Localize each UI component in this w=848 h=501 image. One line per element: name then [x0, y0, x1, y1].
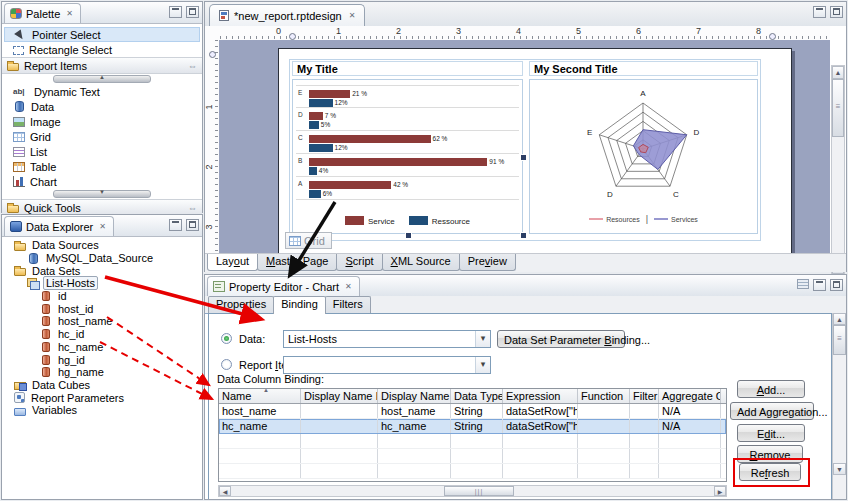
report-item-combo[interactable] — [283, 356, 491, 374]
radar-chart[interactable]: ADCDE Resources|Services — [529, 79, 758, 234]
palette-tool-rectangle-select[interactable]: Rectangle Select — [4, 42, 200, 57]
scroll-up-icon[interactable]: ▲ — [833, 313, 846, 325]
report-item-radio[interactable] — [221, 359, 232, 370]
maximize-icon[interactable] — [186, 219, 199, 231]
tree-item-hg-id[interactable]: hg_id — [14, 353, 202, 366]
property-editor-tab[interactable]: Property Editor - Chart ✕ — [207, 276, 360, 296]
palette-item-dynamic-text[interactable]: ab|Dynamic Text — [4, 84, 200, 99]
scroll-down-pill[interactable]: ▼ — [53, 190, 151, 198]
tree-item-data-cubes[interactable]: Data Cubes — [14, 379, 202, 392]
maximize-icon[interactable] — [186, 6, 199, 18]
tab-filters[interactable]: Filters — [325, 296, 371, 314]
table-horizontal-scrollbar[interactable]: ◀ ||| ▶ — [218, 485, 727, 497]
palette-tool-pointer-select[interactable]: Pointer Select — [4, 27, 200, 42]
minimize-icon[interactable] — [813, 6, 826, 18]
layout-canvas[interactable]: My Title My Second Title E21 %12%D7 %5%C… — [219, 40, 830, 253]
tree-item-report-parameters[interactable]: Report Parameters — [14, 391, 202, 404]
palette-item-data[interactable]: Data — [4, 99, 200, 114]
edit-button[interactable]: Edit... — [737, 424, 805, 442]
tree-item-id[interactable]: id — [14, 290, 202, 303]
scrollbar-thumb[interactable] — [833, 325, 846, 355]
selection-handle[interactable] — [520, 154, 527, 161]
cell-data-type: String — [451, 404, 503, 418]
scroll-down-icon[interactable]: ▼ — [833, 463, 846, 475]
column-header-display-name[interactable]: Display Name — [378, 389, 451, 403]
maximize-icon[interactable] — [830, 6, 843, 18]
tree-item-variables[interactable]: Variables — [14, 404, 202, 417]
scroll-right-icon[interactable]: ▶ — [714, 486, 726, 496]
tree-item-mysql-data-source[interactable]: MySQL_Data_Source — [14, 252, 202, 265]
scrollbar-thumb[interactable] — [832, 79, 844, 137]
minimize-icon[interactable] — [169, 6, 182, 18]
tab-binding[interactable]: Binding — [273, 296, 326, 314]
tree-item-hc-name[interactable]: hc_name — [14, 341, 202, 354]
minimize-icon[interactable] — [169, 219, 182, 231]
empty-row — [219, 464, 726, 479]
maximize-icon[interactable] — [830, 279, 843, 291]
scrollbar-thumb[interactable]: ||| — [444, 486, 514, 496]
tab-xml-source[interactable]: XML Source — [382, 254, 460, 271]
palette-item-chart[interactable]: Chart — [4, 174, 200, 189]
column-header-data-type[interactable]: Data Type — [451, 389, 503, 403]
report-page[interactable]: My Title My Second Title E21 %12%D7 %5%C… — [278, 48, 792, 253]
palette-item-list[interactable]: List — [4, 144, 200, 159]
layout-toggle-icon[interactable]: ⇔ — [188, 203, 197, 213]
pe-vertical-scrollbar[interactable]: ▲ ▼ — [832, 313, 846, 499]
tab-preview[interactable]: Preview — [459, 254, 516, 271]
tree-item-host-id[interactable]: host_id — [14, 302, 202, 315]
close-icon[interactable]: ✕ — [99, 222, 106, 231]
grid-breadcrumb[interactable]: Grid — [285, 232, 332, 249]
palette-item-table[interactable]: Table — [4, 159, 200, 174]
close-icon[interactable]: ✕ — [349, 11, 356, 20]
legend-item-ressource: Ressource — [409, 216, 470, 226]
legend-swatch — [345, 216, 364, 225]
section-header-report-items[interactable]: Report Items⇔ — [2, 57, 202, 74]
close-icon[interactable]: ✕ — [345, 282, 352, 291]
data-radio[interactable] — [221, 333, 232, 344]
layout-toggle-icon[interactable]: ⇔ — [188, 61, 197, 71]
chart1-title-cell[interactable]: My Title — [292, 61, 523, 76]
tree-item-hg-name[interactable]: hg_name — [14, 366, 202, 379]
binding-row-hc-name[interactable]: hc_namehc_nameStringdataSetRow["hc...N/A — [219, 419, 726, 434]
column-header-expression[interactable]: Expression — [503, 389, 578, 403]
tree-item-list-hosts[interactable]: List-Hosts — [14, 277, 202, 290]
column-header-function[interactable]: Function — [578, 389, 630, 403]
tree-item-host-name[interactable]: host_name — [14, 315, 202, 328]
data-explorer-tab[interactable]: Data Explorer ✕ — [4, 216, 114, 236]
view-menu-icon[interactable] — [797, 279, 809, 289]
scroll-up-icon[interactable]: ▲ — [832, 66, 844, 79]
data-column-binding-table[interactable]: Name▲Display Name IDDisplay NameData Typ… — [218, 388, 727, 482]
tab-layout[interactable]: Layout — [207, 254, 258, 271]
close-icon[interactable]: ✕ — [66, 9, 73, 18]
binding-row-host-name[interactable]: host_namehost_nameStringdataSetRow["ho..… — [219, 404, 726, 419]
palette-item-label: Chart — [30, 176, 57, 188]
editor-vertical-scrollbar[interactable]: ▲ ▼ — [831, 65, 845, 275]
tree-item-data-sources[interactable]: Data Sources — [14, 239, 202, 252]
dataset-combo[interactable]: List-Hosts — [283, 330, 491, 348]
refresh-highlight-box — [733, 458, 810, 487]
selection-handle[interactable] — [520, 232, 527, 239]
add-button[interactable]: Add... — [737, 380, 805, 398]
chart2-title-cell[interactable]: My Second Title — [529, 61, 758, 76]
palette-item-grid[interactable]: Grid — [4, 129, 200, 144]
palette-item-image[interactable]: Image — [4, 114, 200, 129]
tab-script[interactable]: Script — [336, 254, 382, 271]
tree-item-hc-id[interactable]: hc_id — [14, 328, 202, 341]
dataset-parameter-binding-button[interactable]: Data Set Parameter Binding... — [497, 330, 625, 348]
column-header-filter[interactable]: Filter — [630, 389, 659, 403]
tab-master-page[interactable]: Master Page — [257, 254, 337, 271]
column-header-display-name-id[interactable]: Display Name ID — [301, 389, 378, 403]
scroll-left-icon[interactable]: ◀ — [219, 486, 231, 496]
editor-tab[interactable]: *new_report.rptdesign ✕ — [209, 4, 365, 26]
tree-item-data-sets[interactable]: Data Sets — [14, 264, 202, 277]
column-header-name[interactable]: Name▲ — [219, 389, 301, 403]
palette-tab[interactable]: Palette ✕ — [4, 3, 81, 23]
bar-chart[interactable]: E21 %12%D7 %5%C62 %12%B91 %4%A42 %6% Ser… — [292, 79, 523, 234]
scroll-up-pill[interactable]: ▲ — [53, 75, 151, 83]
selection-handle[interactable] — [405, 232, 412, 239]
minimize-icon[interactable] — [813, 279, 826, 291]
add-aggregation-button[interactable]: Add Aggregation... — [730, 402, 814, 420]
report-grid[interactable]: My Title My Second Title E21 %12%D7 %5%C… — [289, 59, 761, 241]
tab-properties[interactable]: Properties — [208, 296, 274, 314]
column-header-aggregate-on[interactable]: Aggregate On — [659, 389, 721, 403]
